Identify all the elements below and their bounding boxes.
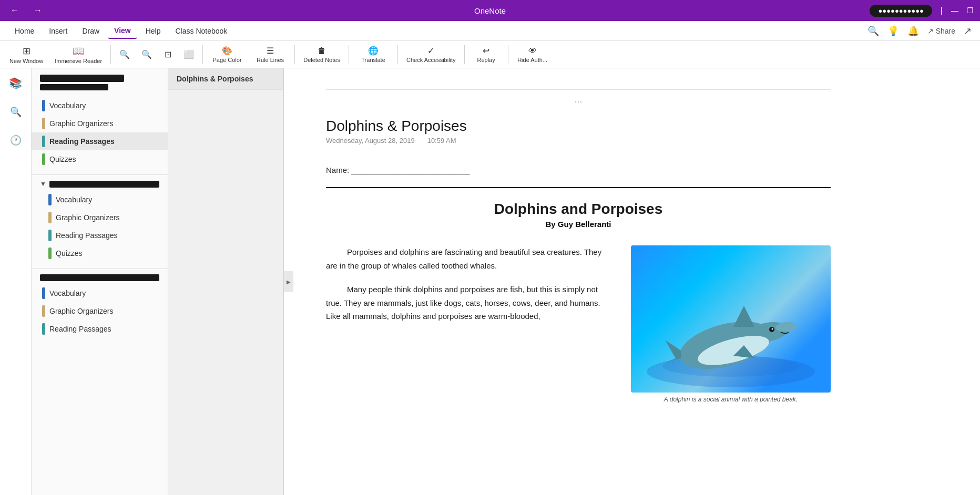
menu-draw[interactable]: Draw (76, 24, 106, 38)
page-meta: Wednesday, August 28, 2019 10:59 AM (326, 137, 831, 145)
svg-marker-5 (733, 306, 754, 327)
menu-insert[interactable]: Insert (43, 24, 74, 38)
deleted-notes-button[interactable]: 🗑 Deleted Notes (298, 44, 345, 65)
menu-idea-icon[interactable]: 💡 (887, 25, 899, 37)
menu-class-notebook[interactable]: Class Notebook (169, 24, 234, 38)
share-button[interactable]: ↗ Share (927, 27, 955, 35)
reading-label-3: Reading Passages (49, 325, 111, 333)
section-graphic-org-2[interactable]: Graphic Organizers (32, 209, 168, 226)
fit-page-button[interactable]: ⊡ (158, 47, 177, 61)
fit-page-icon: ⊡ (165, 49, 171, 59)
rule-lines-button[interactable]: ☰ Rule Lines (249, 44, 291, 65)
reading-label-1: Reading Passages (49, 137, 115, 146)
deleted-notes-label: Deleted Notes (303, 57, 340, 63)
menu-home[interactable]: Home (8, 24, 40, 38)
zoom-in-icon: 🔍 (141, 49, 152, 59)
sidebar-library-icon[interactable]: 📚 (5, 73, 26, 94)
menu-right: 🔍 💡 🔔 ↗ Share ↗ (867, 25, 972, 37)
check-accessibility-button[interactable]: ✓ Check Accessibility (401, 44, 461, 65)
section-reading-passages-2[interactable]: Reading Passages (32, 226, 168, 244)
title-bar-left: ← → (6, 4, 46, 17)
section-vocabulary-3[interactable]: Vocabulary (32, 284, 168, 302)
quizzes-dot-2 (48, 248, 52, 259)
image-caption: A dolphin is a social animal with a poin… (631, 396, 831, 403)
quizzes-label-2: Quizzes (56, 249, 83, 257)
group-name-2 (49, 181, 159, 188)
section-graphic-org-3[interactable]: Graphic Organizers (32, 302, 168, 320)
group-header-2[interactable]: ▼ (32, 177, 168, 191)
full-page-icon: ⬜ (183, 49, 194, 59)
expand-icon[interactable]: ↗ (964, 25, 972, 37)
article-title: Dolphins and Porpoises (326, 201, 831, 218)
reading-dot-2 (48, 230, 52, 241)
ribbon-sep-6 (464, 45, 465, 64)
back-button[interactable]: ← (6, 4, 23, 17)
page-date: Wednesday, August 28, 2019 (326, 137, 415, 145)
collapse-content-button[interactable]: ▶ (284, 271, 293, 292)
content-area: ▶ ... Dolphins & Porpoises Wednesday, Au… (284, 68, 980, 495)
section-quizzes-1[interactable]: Quizzes (32, 150, 168, 168)
reading-dot-3 (42, 323, 45, 335)
section-quizzes-2[interactable]: Quizzes (32, 244, 168, 262)
sidebar-search-icon[interactable]: 🔍 (6, 102, 26, 122)
new-window-button[interactable]: ⊞ New Window (4, 43, 48, 66)
document-content: Name: ___________________________ Dolphi… (326, 157, 831, 403)
section-vocabulary-1[interactable]: Vocabulary (32, 97, 168, 115)
notebook-name-1[interactable] (40, 75, 124, 82)
paragraph-1: Porpoises and dolphins are fascinating a… (326, 245, 614, 272)
zoom-in-button[interactable]: 🔍 (136, 47, 157, 61)
group-header-3[interactable] (32, 271, 168, 284)
new-window-icon: ⊞ (23, 45, 30, 57)
restore-button[interactable]: ❐ (967, 6, 974, 15)
graphic-org-label-1: Graphic Organizers (49, 119, 113, 128)
immersive-reader-button[interactable]: 📖 Immersive Reader (49, 43, 107, 66)
zoom-out-button[interactable]: 🔍 (114, 47, 135, 61)
reading-dot-1 (42, 136, 45, 147)
hide-authors-label: Hide Auth... (517, 57, 547, 63)
article-author: By Guy Belleranti (326, 220, 831, 229)
vocab-dot-1 (42, 100, 45, 111)
graphic-org-dot-3 (42, 305, 45, 317)
full-page-button[interactable]: ⬜ (178, 47, 199, 61)
vocab-label-1: Vocabulary (49, 101, 86, 110)
translate-button[interactable]: 🌐 Translate (352, 44, 394, 65)
notebook-name-2[interactable] (40, 84, 108, 90)
graphic-org-dot-2 (48, 212, 52, 223)
menu-search-icon[interactable]: 🔍 (867, 25, 879, 37)
section-reading-passages-3[interactable]: Reading Passages (32, 320, 168, 338)
svg-point-8 (772, 328, 773, 330)
ribbon-sep-3 (294, 45, 295, 64)
article-text: Porpoises and dolphins are fascinating a… (326, 245, 614, 334)
collapse-arrow-2: ▼ (40, 180, 46, 188)
menu-help[interactable]: Help (139, 24, 167, 38)
main-content: 📚 🔍 🕐 Vocabulary Graphic Organizers Read… (0, 68, 980, 495)
quizzes-dot-1 (42, 153, 45, 165)
section-group-3: Vocabulary Graphic Organizers Reading Pa… (32, 284, 168, 342)
name-field: Name: ___________________________ (326, 166, 831, 174)
page-title: Dolphins & Porpoises (326, 118, 831, 135)
graphic-org-label-2: Graphic Organizers (56, 213, 119, 222)
page-color-button[interactable]: 🎨 Page Color (206, 44, 248, 65)
sidebar-recent-icon[interactable]: 🕐 (6, 130, 26, 150)
page-time: 10:59 AM (427, 137, 456, 145)
menu-view[interactable]: View (108, 23, 137, 39)
hide-authors-button[interactable]: 👁 Hide Auth... (512, 44, 554, 65)
ribbon-sep-2 (202, 45, 203, 64)
translate-label: Translate (361, 57, 385, 63)
replay-button[interactable]: ↩ Replay (468, 44, 505, 65)
section-vocabulary-2[interactable]: Vocabulary (32, 191, 168, 209)
section-reading-passages-1[interactable]: Reading Passages (32, 132, 168, 150)
reading-label-2: Reading Passages (56, 231, 118, 240)
page-color-icon: 🎨 (222, 46, 232, 56)
menu-bell-icon[interactable]: 🔔 (907, 25, 919, 37)
new-window-label: New Window (9, 58, 43, 64)
page-item-dolphins[interactable]: Dolphins & Porpoises (168, 68, 283, 90)
check-accessibility-icon: ✓ (427, 46, 434, 56)
vocab-dot-3 (42, 287, 45, 299)
forward-button[interactable]: → (29, 4, 46, 17)
minimize-button[interactable]: — (951, 6, 958, 15)
section-graphic-org-1[interactable]: Graphic Organizers (32, 115, 168, 132)
ribbon-sep-7 (508, 45, 508, 64)
vocab-label-3: Vocabulary (49, 289, 86, 297)
profile-pill[interactable]: ●●●●●●●●●●● (870, 5, 932, 17)
